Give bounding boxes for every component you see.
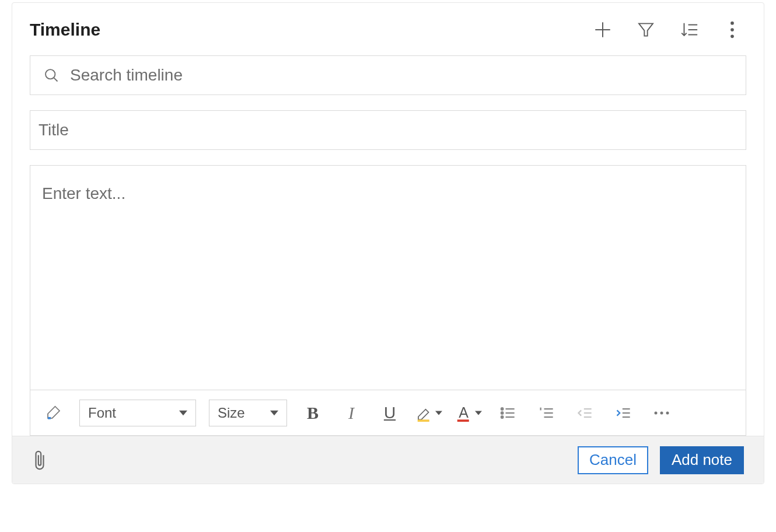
font-color-icon: A xyxy=(455,404,473,422)
caret-down-icon xyxy=(179,409,187,417)
paperclip-icon xyxy=(32,449,47,472)
timeline-panel: Timeline xyxy=(12,2,764,484)
indent-icon xyxy=(615,405,631,421)
add-note-button[interactable]: Add note xyxy=(660,446,744,474)
more-horizontal-icon xyxy=(653,410,670,416)
panel-title: Timeline xyxy=(30,20,100,40)
outdent-icon xyxy=(576,405,593,421)
font-color-button[interactable]: A xyxy=(455,404,482,422)
sort-button[interactable] xyxy=(679,19,700,40)
cancel-button[interactable]: Cancel xyxy=(578,446,648,474)
caret-down-icon xyxy=(435,410,442,416)
filter-button[interactable] xyxy=(635,19,656,40)
indent-button[interactable] xyxy=(610,400,636,426)
svg-point-36 xyxy=(660,411,663,414)
italic-button[interactable]: I xyxy=(338,400,364,426)
bold-icon: B xyxy=(307,403,319,423)
number-list-button[interactable] xyxy=(533,400,559,426)
svg-point-23 xyxy=(501,416,504,418)
note-footer: Cancel Add note xyxy=(12,436,764,484)
number-list-icon xyxy=(538,405,554,421)
svg-line-11 xyxy=(54,78,57,81)
svg-marker-15 xyxy=(435,411,442,415)
italic-icon: I xyxy=(348,403,354,423)
underline-button[interactable]: U xyxy=(377,400,403,426)
more-vertical-icon xyxy=(729,20,735,40)
note-title-input[interactable] xyxy=(39,121,737,139)
format-toolbar: Font Size B I U xyxy=(30,390,746,435)
note-title-box[interactable] xyxy=(30,110,746,150)
svg-point-35 xyxy=(655,411,658,414)
search-icon xyxy=(43,67,60,83)
caret-down-icon xyxy=(270,409,278,417)
svg-marker-13 xyxy=(270,410,278,415)
toolbar-overflow-button[interactable] xyxy=(649,400,674,426)
note-body-input[interactable] xyxy=(30,166,746,387)
sort-lines-icon xyxy=(679,20,699,40)
svg-marker-2 xyxy=(639,23,653,36)
bullet-list-icon xyxy=(499,405,516,421)
highlight-icon xyxy=(415,404,433,422)
note-editor: Font Size B I U xyxy=(30,165,746,436)
format-painter-button[interactable] xyxy=(41,400,67,426)
more-actions-button[interactable] xyxy=(722,19,743,40)
svg-point-21 xyxy=(501,412,504,414)
search-input[interactable] xyxy=(70,66,733,85)
size-select-label: Size xyxy=(218,405,245,421)
highlight-button[interactable] xyxy=(415,404,442,422)
font-select[interactable]: Font xyxy=(79,400,196,426)
search-timeline-box[interactable] xyxy=(30,55,746,95)
svg-rect-14 xyxy=(418,419,429,422)
svg-marker-12 xyxy=(179,410,187,415)
panel-header: Timeline xyxy=(30,19,746,40)
bold-button[interactable]: B xyxy=(300,400,326,426)
funnel-icon xyxy=(637,20,655,39)
svg-point-8 xyxy=(730,28,734,32)
attach-button[interactable] xyxy=(32,449,47,472)
svg-point-37 xyxy=(666,411,669,414)
svg-point-10 xyxy=(46,69,55,79)
svg-point-7 xyxy=(730,22,734,25)
font-select-label: Font xyxy=(88,405,116,421)
plus-icon xyxy=(593,20,613,40)
format-painter-icon xyxy=(45,404,62,422)
header-actions xyxy=(592,19,746,40)
svg-marker-18 xyxy=(475,411,482,415)
underline-icon: U xyxy=(384,404,396,422)
svg-rect-17 xyxy=(457,419,469,422)
add-button[interactable] xyxy=(592,19,613,40)
bullet-list-button[interactable] xyxy=(495,400,520,426)
outdent-button[interactable] xyxy=(572,400,597,426)
svg-point-9 xyxy=(730,35,734,38)
svg-text:A: A xyxy=(459,404,469,421)
size-select[interactable]: Size xyxy=(209,400,287,426)
caret-down-icon xyxy=(475,410,482,416)
svg-point-19 xyxy=(501,408,504,410)
